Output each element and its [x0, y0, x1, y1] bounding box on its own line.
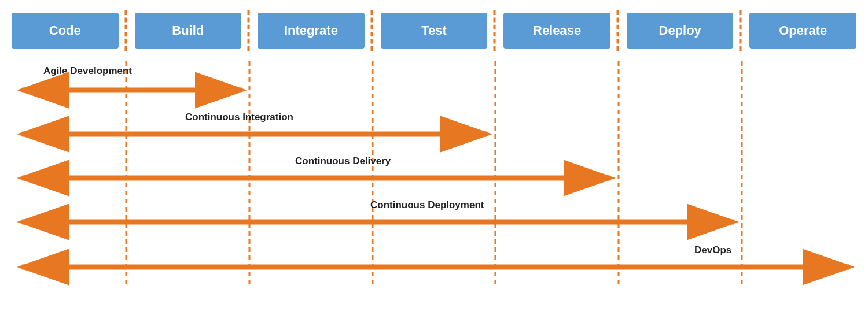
- divider-3: [365, 10, 381, 51]
- phases-row: Code Build Integrate Test Release Deploy…: [12, 10, 856, 51]
- phase-release: Release: [503, 13, 610, 49]
- phase-operate: Operate: [749, 13, 856, 49]
- phase-build: Build: [135, 13, 242, 49]
- divider-2: [241, 10, 258, 51]
- phase-deploy: Deploy: [627, 13, 734, 49]
- arrows-diagram: Agile Development Continuous Integration…: [12, 61, 856, 287]
- phase-test: Test: [381, 13, 488, 49]
- divider-1: [119, 10, 135, 51]
- phase-code: Code: [12, 13, 119, 49]
- cd-label: Continuous Delivery: [295, 155, 391, 166]
- divider-6: [733, 10, 749, 51]
- divider-5: [610, 10, 627, 51]
- agile-label: Agile Development: [43, 65, 132, 76]
- ci-label: Continuous Integration: [185, 112, 293, 123]
- divider-4: [487, 10, 503, 51]
- phase-integrate: Integrate: [258, 13, 365, 49]
- cdeploy-label: Continuous Deployment: [370, 199, 484, 210]
- devops-label: DevOps: [694, 244, 731, 255]
- main-container: Code Build Integrate Test Release Deploy…: [0, 0, 868, 326]
